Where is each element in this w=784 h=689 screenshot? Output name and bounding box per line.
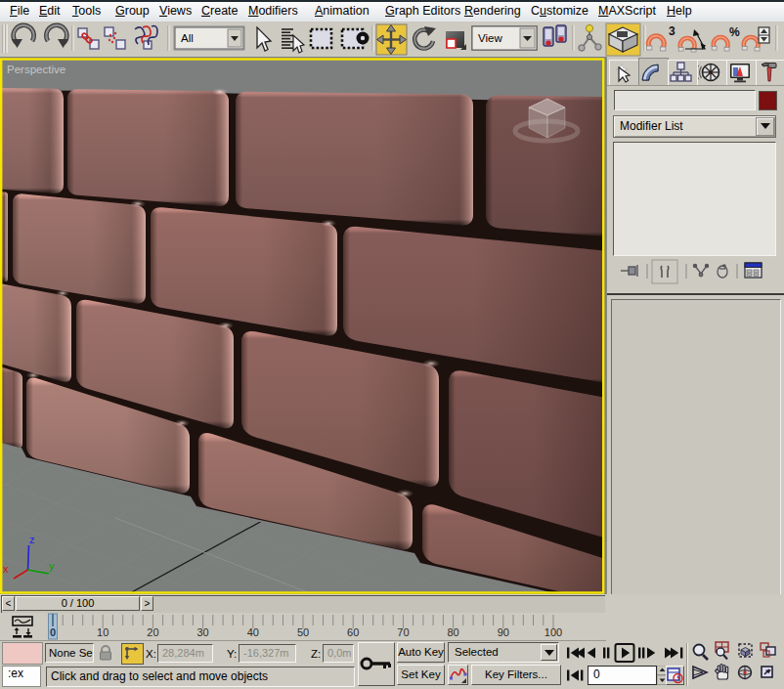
svg-text:40: 40 — [247, 626, 259, 638]
svg-text:0: 0 — [50, 626, 56, 638]
svg-text:80: 80 — [447, 626, 458, 638]
svg-text:%: % — [729, 25, 740, 39]
svg-text:50: 50 — [297, 626, 309, 638]
svg-text:100: 100 — [544, 626, 562, 638]
svg-text:30: 30 — [196, 626, 208, 638]
svg-text:90: 90 — [498, 626, 509, 638]
svg-text:10: 10 — [97, 626, 109, 638]
svg-text:All: All — [181, 32, 194, 44]
svg-text:60: 60 — [347, 626, 359, 638]
svg-text:70: 70 — [397, 626, 409, 638]
svg-text:3: 3 — [669, 24, 675, 38]
svg-text:y: y — [49, 560, 55, 572]
svg-text:View: View — [478, 32, 502, 44]
svg-text:z: z — [29, 534, 35, 545]
svg-text:20: 20 — [147, 626, 158, 638]
svg-text:Perspective: Perspective — [7, 64, 65, 75]
svg-text:x: x — [3, 563, 9, 575]
